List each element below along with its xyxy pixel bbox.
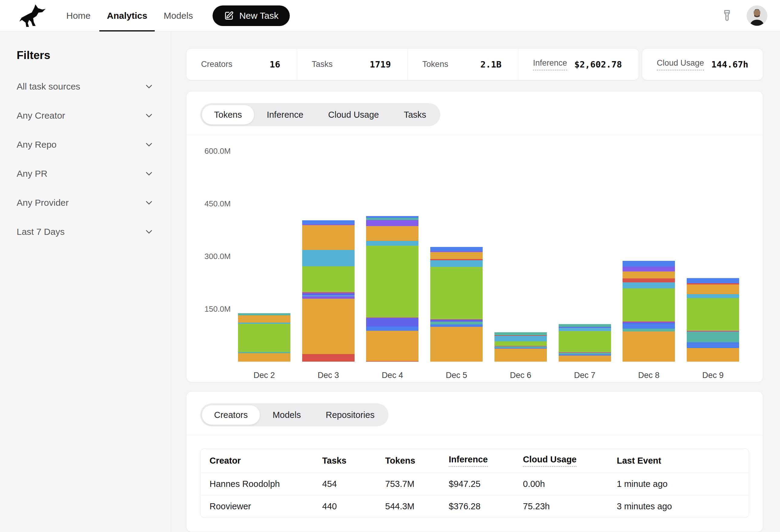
bar-segment-orange[interactable] — [302, 225, 354, 250]
bar-segment-royalblue[interactable] — [687, 342, 739, 348]
filter-any-repo[interactable]: Any Repo — [17, 139, 154, 151]
nav-item-analytics[interactable]: Analytics — [99, 0, 155, 31]
bar-segment-lightblue[interactable] — [366, 241, 419, 246]
bar-segment-royalblue[interactable] — [687, 278, 739, 283]
y-tick-300-0m: 300.0M — [195, 252, 231, 260]
bar-segment-purple[interactable] — [366, 220, 419, 226]
bar-segment-orange[interactable] — [623, 271, 675, 278]
bar-segment-orange[interactable] — [366, 331, 419, 361]
bar-segment-teal[interactable] — [366, 218, 419, 220]
filter-any-pr[interactable]: Any PR — [17, 168, 154, 180]
chart-tab-tasks[interactable]: Tasks — [391, 105, 438, 125]
chart-plot: Dec 2Dec 3Dec 4Dec 5Dec 6Dec 7Dec 8Dec 9 — [238, 135, 739, 382]
bar-segment-indigo[interactable] — [366, 318, 419, 326]
bar-segment-lightblue[interactable] — [430, 260, 483, 267]
chart-tab-inference[interactable]: Inference — [254, 105, 316, 125]
bar-segment-teal[interactable] — [494, 332, 547, 335]
bar-segment-teal[interactable] — [559, 324, 611, 327]
user-avatar[interactable] — [747, 5, 767, 26]
bar-segment-teal[interactable] — [430, 322, 483, 324]
bar-segment-lightblue[interactable] — [494, 336, 547, 341]
bar-segment-indigo[interactable] — [302, 293, 354, 296]
bar-segment-green[interactable] — [687, 298, 739, 331]
bar-segment-royalblue[interactable] — [430, 324, 483, 327]
bar-segment-teal[interactable] — [623, 329, 675, 331]
bar-segment-orange[interactable] — [687, 348, 739, 362]
bar-segment-royalblue[interactable] — [430, 247, 483, 251]
bar-segment-teal[interactable] — [238, 313, 290, 315]
bar-segment-lightblue[interactable] — [623, 282, 675, 288]
bar-segment-red[interactable] — [302, 354, 354, 362]
bar-segment-orange[interactable] — [430, 327, 483, 362]
nav-item-home[interactable]: Home — [58, 0, 99, 31]
cell-tokens: 753.7M — [385, 479, 449, 489]
bar-segment-green[interactable] — [494, 341, 547, 346]
stat-tasks[interactable]: Tasks1719 — [297, 49, 407, 80]
bar-segment-orange[interactable] — [302, 299, 354, 354]
bar-segment-purple[interactable] — [623, 267, 675, 271]
stat-creators[interactable]: Creators16 — [187, 49, 297, 80]
bar-segment-lightblue[interactable] — [302, 250, 354, 266]
x-label-dec-4: Dec 4 — [366, 371, 419, 380]
filter-all-task-sources[interactable]: All task sources — [17, 81, 154, 93]
stats-card-main: Creators16Tasks1719Tokens2.1BInference$2… — [186, 48, 639, 80]
flashlight-icon[interactable] — [720, 9, 734, 23]
bar-dec-5 — [430, 247, 483, 362]
bar-segment-lightblue[interactable] — [559, 328, 611, 331]
bar-segment-orange[interactable] — [238, 315, 290, 323]
bar-segment-lightblue[interactable] — [687, 294, 739, 298]
bar-segment-orange[interactable] — [238, 353, 290, 362]
table-tab-creators[interactable]: Creators — [202, 405, 260, 425]
bar-segment-teal[interactable] — [687, 332, 739, 342]
x-label-dec-6: Dec 6 — [494, 371, 547, 380]
new-task-button[interactable]: New Task — [212, 5, 290, 26]
stat-cloud-usage[interactable]: Cloud Usage144.67h — [642, 49, 763, 80]
nav-item-models[interactable]: Models — [155, 0, 201, 31]
bar-segment-orange[interactable] — [559, 356, 611, 362]
table-row-rooviewer[interactable]: Rooviewer440544.3M$376.2875.23h3 minutes… — [200, 495, 749, 518]
bar-segment-orange[interactable] — [687, 284, 739, 295]
bar-segment-orange[interactable] — [623, 331, 675, 362]
cell-creator: Rooviewer — [209, 501, 322, 512]
bar-segment-green[interactable] — [623, 288, 675, 321]
stats-row: Creators16Tasks1719Tokens2.1BInference$2… — [186, 48, 763, 80]
filter-label: Any PR — [17, 169, 48, 179]
filter-last-7-days[interactable]: Last 7 Days — [17, 226, 154, 238]
filter-any-creator[interactable]: Any Creator — [17, 110, 154, 122]
bar-segment-orange[interactable] — [430, 252, 483, 259]
stat-inference[interactable]: Inference$2,602.78 — [518, 49, 639, 80]
bar-segment-orange[interactable] — [366, 226, 419, 241]
analytics-dashboard: { "nav": { "brand": "kangaroo-logo", "it… — [0, 0, 780, 532]
bar-segment-red[interactable] — [366, 361, 419, 362]
col-header-tokens[interactable]: Tokens — [385, 456, 449, 466]
x-label-dec-8: Dec 8 — [623, 371, 675, 380]
bar-segment-red[interactable] — [623, 278, 675, 282]
bar-segment-purple[interactable] — [302, 296, 354, 299]
bar-segment-green[interactable] — [302, 266, 354, 292]
bar-segment-orange[interactable] — [494, 349, 547, 362]
chart-tab-cloud-usage[interactable]: Cloud Usage — [316, 105, 392, 125]
table-row-hannes-roodolph[interactable]: Hannes Roodolph454753.7M$947.250.00h1 mi… — [200, 473, 749, 495]
stat-tokens[interactable]: Tokens2.1B — [407, 49, 518, 80]
col-header-last-event[interactable]: Last Event — [617, 456, 740, 466]
chevron-down-icon — [144, 110, 154, 121]
table-tab-repositories[interactable]: Repositories — [313, 405, 387, 425]
bar-segment-royalblue[interactable] — [623, 261, 675, 267]
bar-segment-green[interactable] — [559, 331, 611, 352]
col-header-inference[interactable]: Inference — [449, 455, 523, 467]
kangaroo-logo[interactable] — [18, 0, 47, 31]
table-body: Hannes Roodolph454753.7M$947.250.00h1 mi… — [200, 473, 749, 518]
chevron-down-icon — [144, 198, 154, 208]
filter-any-provider[interactable]: Any Provider — [17, 197, 154, 209]
bar-segment-royalblue[interactable] — [366, 326, 419, 331]
chart-tab-tokens[interactable]: Tokens — [202, 105, 254, 125]
bar-segment-royalblue[interactable] — [623, 323, 675, 329]
bar-segment-green[interactable] — [366, 246, 419, 317]
bar-segment-royalblue[interactable] — [302, 220, 354, 224]
col-header-creator[interactable]: Creator — [209, 456, 322, 466]
col-header-tasks[interactable]: Tasks — [322, 456, 385, 466]
table-tab-models[interactable]: Models — [260, 405, 313, 425]
bar-segment-green[interactable] — [238, 324, 290, 352]
bar-segment-green[interactable] — [430, 267, 483, 319]
col-header-cloud-usage[interactable]: Cloud Usage — [523, 455, 617, 467]
